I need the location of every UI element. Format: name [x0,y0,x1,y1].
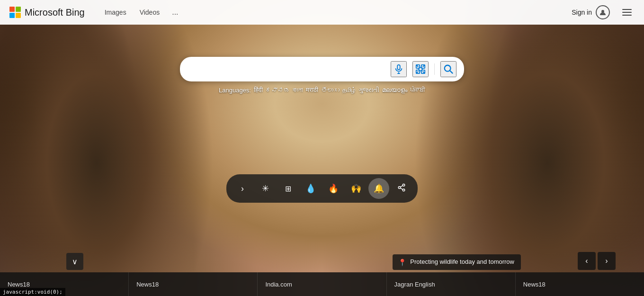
scroll-down-button[interactable]: ∨ [66,253,83,270]
languages-label: Languages: [219,87,251,94]
info-caption: 📍 Protecting wildlife today and tomorrow [393,254,521,270]
svg-point-11 [402,184,405,187]
lang-kannada[interactable]: ಕನ್ನಡ [266,87,290,94]
news-item-2[interactable]: News18 [129,272,258,296]
lang-punjabi[interactable]: ਪੰਜਾਬੀ [410,86,425,94]
chevron-right-icon: › [605,257,608,265]
svg-line-15 [400,186,402,187]
search-icons [391,61,456,77]
news-item-4[interactable]: Jagran English [387,272,516,296]
elephant-background [0,0,644,296]
search-container [180,57,464,81]
header-nav: Images Videos ... [99,5,568,19]
bing-logo[interactable]: Microsoft Bing [9,7,85,18]
lang-marathi[interactable]: मराठी [306,86,318,94]
location-pin-icon: 📍 [398,259,406,266]
hamburger-line-2 [622,12,632,13]
hands-icon: 🙌 [351,183,361,194]
sign-in-button[interactable]: Sign in [568,3,614,21]
js-void-label: javascript:void(0); [0,288,65,296]
lang-malayalam[interactable]: മലയാളം [382,86,407,94]
bell-icon: 🔔 [374,183,384,194]
bing-logo-text: Microsoft Bing [25,7,85,18]
news-source-3: India.com [265,281,292,288]
user-avatar [596,5,610,19]
toolbar-text-button[interactable]: ⊞ [277,178,298,199]
toolbar-share-button[interactable] [391,178,412,199]
svg-line-14 [400,188,402,189]
action-toolbar: › ✳ ⊞ 💧 🔥 🙌 🔔 [226,174,418,203]
svg-point-9 [445,65,451,72]
microsoft-logo-icon [9,7,21,18]
toolbar-sparkle-button[interactable]: ✳ [255,178,276,199]
caption-next-button[interactable]: › [598,252,616,270]
lang-tamil[interactable]: தமிழ் [342,86,356,94]
visual-search-button[interactable] [412,61,429,77]
chevron-left-icon: ‹ [585,257,588,265]
caption-navigation: ‹ › [578,252,616,270]
hamburger-line-1 [622,9,632,10]
bottom-news-bar: News18 News18 India.com Jagran English N… [0,272,644,296]
fire-icon: 🔥 [328,183,339,194]
news-source-4: Jagran English [394,281,435,288]
languages-bar: Languages: हिंदी ಕನ್ನಡ বাংলা मराठी తెలుగ… [219,86,425,94]
toolbar-fire-button[interactable]: 🔥 [323,178,344,199]
news-source-1: News18 [8,281,30,288]
news-source-2: News18 [136,281,159,288]
lang-bengali[interactable]: বাংলা [293,86,303,94]
nav-videos[interactable]: Videos [134,6,166,19]
lang-hindi[interactable]: हिंदी [254,86,263,94]
sparkle-icon: ✳ [262,183,269,194]
chevron-right-icon: › [241,184,244,194]
toolbar-prev-button[interactable]: › [232,178,253,199]
toolbar-drop-button[interactable]: 💧 [300,178,321,199]
nav-images[interactable]: Images [99,6,132,19]
svg-line-10 [450,71,453,73]
svg-rect-1 [397,65,400,70]
search-divider [434,63,435,75]
sign-in-label: Sign in [572,9,592,16]
news-source-5: News18 [523,281,546,288]
svg-point-13 [402,189,405,191]
chevron-down-icon: ∨ [72,257,78,266]
header: Microsoft Bing Images Videos ... Sign in [0,0,644,25]
lang-telugu[interactable]: తెలుగు [321,87,340,94]
news-item-5[interactable]: News18 [516,272,644,296]
share-icon [397,183,406,194]
lang-gujarati[interactable]: ગુજરાતી [358,86,379,94]
header-right: Sign in [568,3,635,21]
hamburger-menu[interactable] [619,6,635,18]
toolbar-bell-button[interactable]: 🔔 [368,178,389,199]
svg-point-12 [398,187,401,189]
drop-icon: 💧 [305,183,316,194]
news-item-3[interactable]: India.com [258,272,386,296]
caption-text: Protecting wildlife today and tomorrow [410,258,514,266]
search-box [180,57,464,81]
search-submit-button[interactable] [440,61,456,77]
toolbar-hands-button[interactable]: 🙌 [346,178,367,199]
hamburger-line-3 [622,15,632,16]
caption-prev-button[interactable]: ‹ [578,252,596,270]
microphone-button[interactable] [391,61,407,77]
search-input[interactable] [188,65,391,73]
nav-more[interactable]: ... [167,5,183,19]
text-grid-icon: ⊞ [285,184,291,193]
